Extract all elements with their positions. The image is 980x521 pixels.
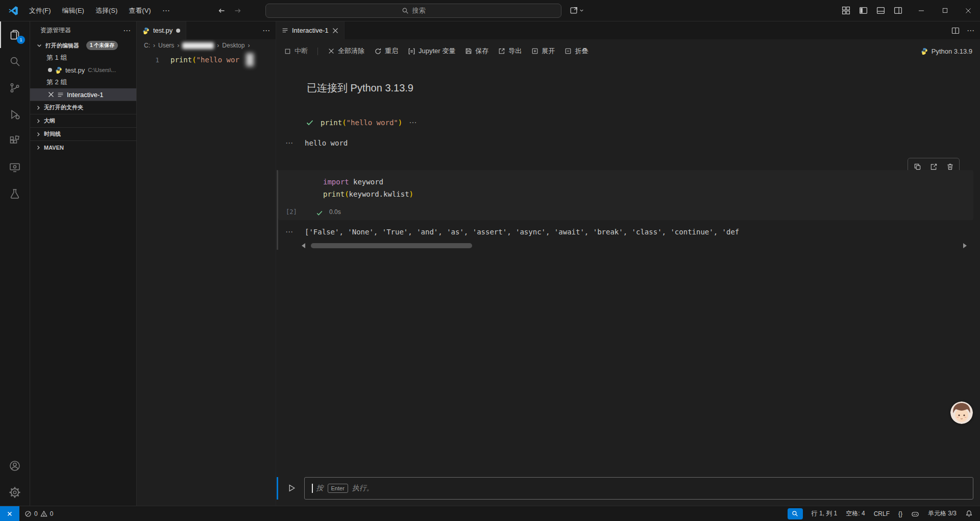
cell-1-more-actions[interactable]: ⋯ [409, 118, 417, 127]
breadcrumb-users[interactable]: Users [158, 42, 174, 49]
customize-layout-icon[interactable] [842, 6, 850, 15]
editor-more-actions[interactable]: ⋯ [262, 26, 271, 35]
save-label: 保存 [475, 46, 488, 56]
section-maven[interactable]: MAVEN [30, 140, 136, 154]
menu-more[interactable]: ⋯ [157, 4, 176, 18]
tab-interactive-1[interactable]: Interactive-1 [276, 21, 345, 39]
section-no-folder[interactable]: 无打开的文件夹 [30, 101, 136, 114]
tab-close-icon[interactable] [332, 28, 338, 34]
activity-run-debug[interactable] [0, 101, 30, 128]
interactive-code-input[interactable]: 按 Enter 执行。 [304, 477, 973, 500]
sidebar-more-actions[interactable]: ⋯ [123, 26, 131, 35]
success-check-icon [316, 209, 323, 217]
command-center-search[interactable]: 搜索 [265, 4, 561, 18]
editor-group-2-label: 第 2 组 [30, 76, 136, 88]
problems-status[interactable]: 0 0 [19, 510, 53, 517]
warning-icon [40, 510, 47, 517]
token-paren: ) [409, 190, 413, 198]
toggle-secondary-sidebar-icon[interactable] [894, 6, 902, 15]
editor-group-2: Interactive-1 ⋯ 中断 [276, 21, 980, 506]
export-icon [498, 48, 505, 55]
search-highlight-button[interactable] [788, 508, 803, 519]
back-arrow-icon[interactable] [217, 7, 226, 15]
cell-indicator[interactable]: 单元格 3/3 [928, 509, 957, 518]
output-more-actions[interactable]: ⋯ [285, 227, 293, 236]
save-button[interactable]: 保存 [465, 46, 488, 56]
kernel-picker[interactable]: Python 3.13.9 [921, 48, 972, 55]
section-timeline[interactable]: 时间线 [30, 127, 136, 140]
eol-sequence[interactable]: CRLF [874, 510, 890, 517]
menu-select[interactable]: 选择(S) [90, 4, 123, 18]
split-editor-icon[interactable] [951, 27, 960, 35]
breadcrumb-separator: › [217, 42, 219, 49]
breadcrumb[interactable]: C: › Users › › Desktop › [137, 39, 276, 52]
section-label: 大纲 [44, 117, 55, 125]
close-icon[interactable] [48, 91, 54, 98]
open-editor-testpy[interactable]: test.py C:\Users\... [30, 64, 136, 76]
open-editors-section[interactable]: 打开的编辑器 1 个未保存 [30, 39, 136, 52]
maximize-button[interactable] [933, 0, 957, 21]
output-more-actions[interactable]: ⋯ [285, 138, 293, 148]
activity-search[interactable] [0, 48, 30, 75]
copilot-icon[interactable] [911, 510, 919, 518]
cell-1[interactable]: print("hello word") ⋯ [306, 118, 417, 127]
expand-all-button[interactable]: 展开 [531, 46, 555, 56]
window-controls [910, 0, 980, 21]
interactive-window-icon [282, 27, 288, 34]
horizontal-scrollbar[interactable] [302, 243, 967, 249]
activity-settings[interactable] [0, 479, 30, 506]
sidebar-title: 资源管理器 [40, 26, 71, 35]
tab-label: Interactive-1 [292, 27, 329, 34]
collapse-all-button[interactable]: 折叠 [565, 46, 588, 56]
activity-accounts[interactable] [0, 453, 30, 479]
toggle-primary-sidebar-icon[interactable] [859, 6, 868, 15]
close-button[interactable] [957, 0, 980, 21]
forward-arrow-icon[interactable] [234, 7, 242, 15]
export-button[interactable]: 导出 [498, 46, 522, 56]
activity-source-control[interactable] [0, 75, 30, 101]
open-remote-window-dropdown[interactable] [570, 6, 584, 15]
activity-explorer[interactable]: 1 [0, 21, 30, 48]
activity-extensions[interactable] [0, 128, 30, 154]
restart-button[interactable]: 重启 [374, 46, 398, 56]
activity-remote-explorer[interactable] [0, 154, 30, 181]
remote-indicator[interactable] [0, 506, 19, 521]
cell-2-code: import keyword print(keyword.kwlist) [323, 176, 973, 200]
code-editor-testpy[interactable]: 1print("hello wor [137, 52, 276, 506]
scrollbar-thumb[interactable] [311, 243, 472, 248]
cell-1-code: print("hello word") [321, 119, 402, 127]
variables-icon [408, 48, 415, 55]
account-icon [9, 460, 21, 472]
indentation[interactable]: 空格: 4 [846, 509, 865, 518]
menu-edit[interactable]: 编辑(E) [57, 4, 90, 18]
scroll-left-arrow-icon[interactable] [302, 243, 305, 248]
minimize-button[interactable] [910, 0, 933, 21]
toggle-panel-icon[interactable] [876, 6, 885, 15]
cursor-position[interactable]: 行 1, 列 1 [812, 509, 838, 518]
modified-dot-icon[interactable] [48, 68, 52, 72]
section-outline[interactable]: 大纲 [30, 114, 136, 127]
menu-view[interactable]: 查看(V) [123, 4, 156, 18]
run-cell-icon[interactable] [287, 484, 296, 492]
cell-2[interactable]: import keyword print(keyword.kwlist) [2]… [278, 170, 973, 220]
breadcrumb-separator: › [177, 42, 179, 49]
tab-bar-group-2: Interactive-1 ⋯ [276, 21, 980, 39]
clear-all-button[interactable]: 全部清除 [328, 46, 364, 56]
assistant-avatar[interactable] [950, 401, 973, 424]
tab-modified-dot-icon[interactable] [176, 29, 180, 33]
menu-file[interactable]: 文件(F) [23, 4, 57, 18]
search-icon [402, 7, 409, 14]
editor-more-actions[interactable]: ⋯ [967, 26, 975, 35]
breadcrumb-desktop[interactable]: Desktop [222, 42, 244, 49]
open-editor-interactive[interactable]: Interactive-1 [30, 88, 136, 101]
interrupt-button[interactable]: 中断 [284, 46, 308, 56]
scroll-right-arrow-icon[interactable] [963, 243, 967, 248]
notifications-bell-icon[interactable] [965, 510, 973, 517]
search-icon [9, 55, 21, 67]
tab-testpy[interactable]: test.py [137, 21, 186, 39]
activity-testing[interactable] [0, 181, 30, 207]
group-1-text: 第 1 组 [46, 53, 67, 62]
language-mode[interactable]: {} [898, 510, 902, 517]
jupyter-variables-button[interactable]: Jupyter 变量 [408, 46, 455, 56]
breadcrumb-drive[interactable]: C: [144, 42, 150, 49]
